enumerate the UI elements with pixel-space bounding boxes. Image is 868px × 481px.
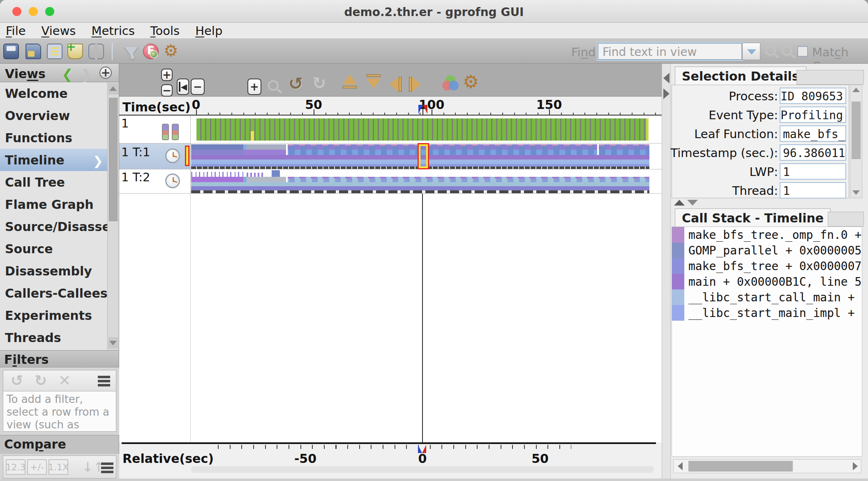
zoom-fit-icon[interactable] xyxy=(268,80,279,91)
selection-details-tab[interactable]: Selection Details xyxy=(675,67,806,85)
sidebar-item-source[interactable]: Source xyxy=(0,238,119,260)
sidebar-item-welcome[interactable]: Welcome xyxy=(0,82,119,104)
zoom-reset-button[interactable]: ◀ xyxy=(177,79,189,95)
find-previous-icon[interactable] xyxy=(765,45,776,56)
menu-tools[interactable]: Tools xyxy=(150,24,180,38)
process-utilization-bars[interactable] xyxy=(196,118,649,141)
menu-views[interactable]: Views xyxy=(42,24,76,38)
find-next-icon[interactable] xyxy=(782,45,792,56)
compare-absolute-button[interactable]: 12.3 xyxy=(6,459,25,475)
field-value[interactable]: 1 xyxy=(780,182,846,199)
open-experiment-icon[interactable] xyxy=(25,44,41,59)
menu-metrics[interactable]: Metrics xyxy=(91,24,134,38)
toolbar-separator xyxy=(112,43,113,60)
sidebar-item-overview[interactable]: Overview xyxy=(0,104,119,127)
match-case-checkbox[interactable] xyxy=(797,46,808,57)
scroll-down-button[interactable] xyxy=(108,337,118,349)
add-view-button[interactable]: + xyxy=(99,67,112,79)
step-forward-icon[interactable] xyxy=(409,77,421,92)
stack-frame[interactable]: main + 0x00000B1C, line 529 in xyxy=(672,274,862,289)
collapse-left-icon[interactable] xyxy=(663,73,669,83)
compare-ratio-button[interactable]: 1.1X xyxy=(48,459,68,475)
zoom-in-button[interactable]: + xyxy=(247,79,261,95)
filter-delete-icon[interactable]: ✕ xyxy=(58,372,71,389)
sidebar-item-flame-graph[interactable]: Flame Graph xyxy=(0,193,119,215)
timeline-canvas[interactable] xyxy=(119,194,662,442)
row-label-thread-2[interactable]: 1 T:2 xyxy=(119,169,190,192)
field-value[interactable]: 96.386011 xyxy=(780,144,846,161)
sidebar-item-disassembly[interactable]: Disassembly xyxy=(0,260,119,282)
save-icon[interactable] xyxy=(3,44,19,59)
zoom-out-button[interactable]: − xyxy=(191,79,205,95)
pan-down-icon[interactable] xyxy=(367,74,381,88)
row-label-thread-1[interactable]: 1 T:1 xyxy=(119,143,190,169)
timeline-redo-icon[interactable]: ↻ xyxy=(312,74,326,92)
compare-delta-button[interactable]: +/- xyxy=(27,459,47,475)
experiment-list-icon[interactable] xyxy=(47,44,62,59)
field-value[interactable]: PID 809653] xyxy=(780,88,846,104)
field-label: Timestamp (sec.): xyxy=(670,146,778,160)
scrollbar-thumb[interactable] xyxy=(852,102,861,159)
timeline-settings-gear-icon[interactable]: ⚙ xyxy=(463,74,479,90)
filter-redo-icon[interactable]: ↻ xyxy=(35,372,47,389)
thread2-event-ticks xyxy=(191,190,649,193)
sidebar-item-callers-callees[interactable]: Callers-Callees xyxy=(0,282,119,304)
stack-frame[interactable]: make_bfs_tree + 0x0000007C, li xyxy=(672,258,862,274)
compare-title: Compare xyxy=(4,437,66,451)
sidebar-item-threads[interactable]: Threads xyxy=(0,326,119,349)
compare-sort-icon[interactable]: ↓↑ xyxy=(82,459,104,475)
sidebar-item-experiments[interactable]: Experiments xyxy=(0,304,119,326)
stack-frame[interactable]: make_bfs_tree._omp_fn.0 + 0x00 xyxy=(672,227,862,243)
scrollbar-thumb[interactable] xyxy=(109,98,118,221)
section-splitter[interactable] xyxy=(674,199,698,207)
stack-frame[interactable]: __libc_start_call_main + 0x000 xyxy=(672,289,862,305)
sidebar-item-source-disassembly[interactable]: Source/Disasse… xyxy=(0,215,119,238)
add-experiment-icon[interactable] xyxy=(67,44,83,59)
sidebar-item-call-tree[interactable]: Call Tree xyxy=(0,171,119,193)
call-stack-tab[interactable]: Call Stack - Timeline xyxy=(675,208,831,227)
sidebar-item-functions[interactable]: Functions xyxy=(0,127,119,149)
stack-frame[interactable]: GOMP_parallel + 0x00000054 xyxy=(672,243,862,258)
scroll-left-button[interactable] xyxy=(674,460,686,472)
details-scrollbar[interactable] xyxy=(850,85,862,198)
scrollbar-thumb[interactable] xyxy=(688,461,793,472)
sidebar-scrollbar[interactable] xyxy=(107,82,119,350)
stack-frame[interactable]: __libc_start_main_impl + 0x000 xyxy=(672,305,862,321)
thread2-spikes-band[interactable] xyxy=(191,170,649,177)
find-input[interactable]: Find text in view xyxy=(598,43,742,60)
sidebar-item-timeline[interactable]: Timeline ❯ xyxy=(0,149,119,171)
row-label-process-1[interactable]: 1 xyxy=(119,116,190,143)
field-value[interactable]: make_bfs_tr xyxy=(780,125,846,142)
find-history-dropdown[interactable] xyxy=(742,43,760,60)
scroll-right-button[interactable] xyxy=(849,460,860,472)
nav-back-icon[interactable]: ❮ xyxy=(62,66,74,83)
collapse-right-icon[interactable] xyxy=(663,88,669,99)
thread2-callstack-band[interactable] xyxy=(191,182,649,186)
row-height-increase-button[interactable]: + xyxy=(161,69,173,81)
timeline-undo-icon[interactable]: ↺ xyxy=(289,74,303,94)
menu-file[interactable]: File xyxy=(6,24,26,38)
row-height-decrease-button[interactable]: − xyxy=(161,84,173,97)
compare-experiments-icon[interactable] xyxy=(88,44,104,59)
thread2-callstack-band[interactable] xyxy=(191,177,649,182)
nav-forward-icon[interactable]: ❯ xyxy=(81,66,92,83)
timeline-hscrollbar[interactable] xyxy=(191,466,654,473)
compare-menu-icon[interactable] xyxy=(101,462,113,465)
step-back-icon[interactable] xyxy=(390,77,402,92)
selected-event-rectangle[interactable] xyxy=(419,144,428,168)
field-value[interactable]: ck Profiling xyxy=(780,106,846,123)
function-colors-icon[interactable] xyxy=(143,44,159,59)
menu-help[interactable]: Help xyxy=(195,24,222,38)
sidebar-item-label: Source xyxy=(5,242,53,256)
panel-splitter[interactable] xyxy=(662,64,671,481)
thread2-callstack-band[interactable] xyxy=(191,186,649,190)
filter-icon[interactable] xyxy=(124,47,138,56)
callstack-hscrollbar[interactable] xyxy=(673,459,861,473)
filter-undo-icon[interactable]: ↺ xyxy=(11,372,23,389)
pan-up-icon[interactable] xyxy=(343,74,357,88)
scroll-up-button[interactable] xyxy=(108,83,118,95)
filters-menu-icon[interactable] xyxy=(98,376,110,378)
settings-gear-icon[interactable]: ⚙ xyxy=(164,43,178,58)
field-value[interactable]: 1 xyxy=(780,163,846,180)
event-colors-icon[interactable] xyxy=(442,75,459,92)
